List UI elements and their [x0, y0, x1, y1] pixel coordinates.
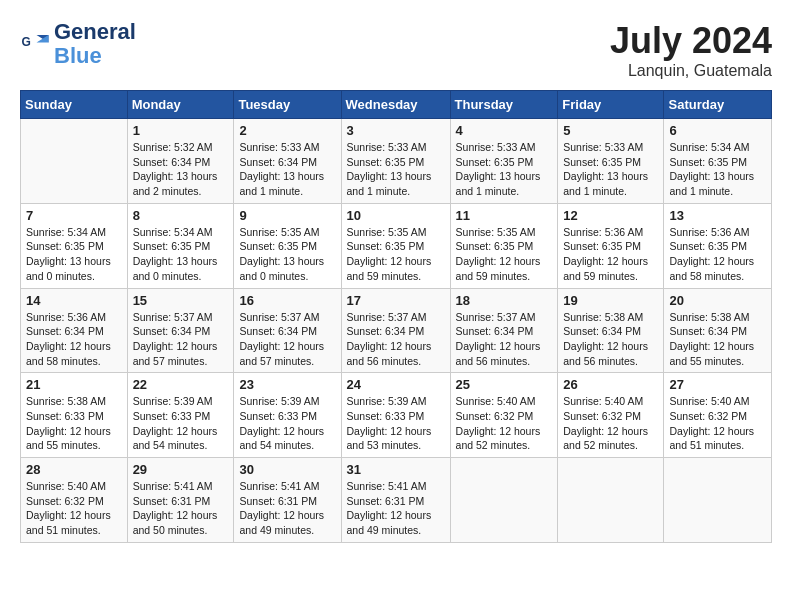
calendar-cell: 17Sunrise: 5:37 AM Sunset: 6:34 PM Dayli… [341, 288, 450, 373]
col-header-tuesday: Tuesday [234, 91, 341, 119]
day-number: 27 [669, 377, 766, 392]
day-number: 13 [669, 208, 766, 223]
calendar-cell: 18Sunrise: 5:37 AM Sunset: 6:34 PM Dayli… [450, 288, 558, 373]
day-info: Sunrise: 5:35 AM Sunset: 6:35 PM Dayligh… [347, 225, 445, 284]
day-info: Sunrise: 5:35 AM Sunset: 6:35 PM Dayligh… [239, 225, 335, 284]
logo-line1: General [54, 20, 136, 44]
calendar-cell: 23Sunrise: 5:39 AM Sunset: 6:33 PM Dayli… [234, 373, 341, 458]
logo-text: General Blue [54, 20, 136, 68]
calendar-cell: 29Sunrise: 5:41 AM Sunset: 6:31 PM Dayli… [127, 458, 234, 543]
calendar-week-3: 14Sunrise: 5:36 AM Sunset: 6:34 PM Dayli… [21, 288, 772, 373]
calendar-cell: 30Sunrise: 5:41 AM Sunset: 6:31 PM Dayli… [234, 458, 341, 543]
calendar-week-4: 21Sunrise: 5:38 AM Sunset: 6:33 PM Dayli… [21, 373, 772, 458]
day-number: 1 [133, 123, 229, 138]
day-info: Sunrise: 5:33 AM Sunset: 6:35 PM Dayligh… [347, 140, 445, 199]
day-number: 18 [456, 293, 553, 308]
calendar-cell: 31Sunrise: 5:41 AM Sunset: 6:31 PM Dayli… [341, 458, 450, 543]
day-number: 19 [563, 293, 658, 308]
day-number: 25 [456, 377, 553, 392]
day-info: Sunrise: 5:40 AM Sunset: 6:32 PM Dayligh… [669, 394, 766, 453]
day-info: Sunrise: 5:33 AM Sunset: 6:34 PM Dayligh… [239, 140, 335, 199]
calendar-week-5: 28Sunrise: 5:40 AM Sunset: 6:32 PM Dayli… [21, 458, 772, 543]
day-number: 14 [26, 293, 122, 308]
calendar-cell: 11Sunrise: 5:35 AM Sunset: 6:35 PM Dayli… [450, 203, 558, 288]
logo-line2: Blue [54, 44, 136, 68]
calendar-cell [558, 458, 664, 543]
day-number: 2 [239, 123, 335, 138]
day-info: Sunrise: 5:40 AM Sunset: 6:32 PM Dayligh… [26, 479, 122, 538]
day-info: Sunrise: 5:33 AM Sunset: 6:35 PM Dayligh… [563, 140, 658, 199]
col-header-saturday: Saturday [664, 91, 772, 119]
day-number: 9 [239, 208, 335, 223]
day-info: Sunrise: 5:36 AM Sunset: 6:35 PM Dayligh… [669, 225, 766, 284]
day-info: Sunrise: 5:33 AM Sunset: 6:35 PM Dayligh… [456, 140, 553, 199]
day-number: 29 [133, 462, 229, 477]
calendar-cell: 7Sunrise: 5:34 AM Sunset: 6:35 PM Daylig… [21, 203, 128, 288]
day-info: Sunrise: 5:38 AM Sunset: 6:34 PM Dayligh… [669, 310, 766, 369]
calendar-cell: 22Sunrise: 5:39 AM Sunset: 6:33 PM Dayli… [127, 373, 234, 458]
calendar-cell: 6Sunrise: 5:34 AM Sunset: 6:35 PM Daylig… [664, 119, 772, 204]
day-info: Sunrise: 5:37 AM Sunset: 6:34 PM Dayligh… [456, 310, 553, 369]
calendar-cell: 13Sunrise: 5:36 AM Sunset: 6:35 PM Dayli… [664, 203, 772, 288]
calendar-cell: 10Sunrise: 5:35 AM Sunset: 6:35 PM Dayli… [341, 203, 450, 288]
day-number: 4 [456, 123, 553, 138]
calendar-cell: 21Sunrise: 5:38 AM Sunset: 6:33 PM Dayli… [21, 373, 128, 458]
calendar-week-1: 1Sunrise: 5:32 AM Sunset: 6:34 PM Daylig… [21, 119, 772, 204]
calendar-cell: 25Sunrise: 5:40 AM Sunset: 6:32 PM Dayli… [450, 373, 558, 458]
calendar-cell: 1Sunrise: 5:32 AM Sunset: 6:34 PM Daylig… [127, 119, 234, 204]
col-header-friday: Friday [558, 91, 664, 119]
day-info: Sunrise: 5:34 AM Sunset: 6:35 PM Dayligh… [26, 225, 122, 284]
calendar-cell: 24Sunrise: 5:39 AM Sunset: 6:33 PM Dayli… [341, 373, 450, 458]
day-info: Sunrise: 5:34 AM Sunset: 6:35 PM Dayligh… [133, 225, 229, 284]
calendar-cell: 5Sunrise: 5:33 AM Sunset: 6:35 PM Daylig… [558, 119, 664, 204]
calendar-cell: 27Sunrise: 5:40 AM Sunset: 6:32 PM Dayli… [664, 373, 772, 458]
day-info: Sunrise: 5:41 AM Sunset: 6:31 PM Dayligh… [347, 479, 445, 538]
logo-icon: G [20, 29, 50, 59]
svg-text:G: G [22, 35, 31, 49]
calendar-cell: 15Sunrise: 5:37 AM Sunset: 6:34 PM Dayli… [127, 288, 234, 373]
title-block: July 2024 Lanquin, Guatemala [610, 20, 772, 80]
day-info: Sunrise: 5:39 AM Sunset: 6:33 PM Dayligh… [347, 394, 445, 453]
calendar-cell [450, 458, 558, 543]
col-header-monday: Monday [127, 91, 234, 119]
calendar-cell: 16Sunrise: 5:37 AM Sunset: 6:34 PM Dayli… [234, 288, 341, 373]
day-number: 23 [239, 377, 335, 392]
day-info: Sunrise: 5:38 AM Sunset: 6:33 PM Dayligh… [26, 394, 122, 453]
day-info: Sunrise: 5:36 AM Sunset: 6:35 PM Dayligh… [563, 225, 658, 284]
day-info: Sunrise: 5:37 AM Sunset: 6:34 PM Dayligh… [133, 310, 229, 369]
day-number: 15 [133, 293, 229, 308]
logo: G General Blue [20, 20, 136, 68]
day-number: 26 [563, 377, 658, 392]
day-number: 11 [456, 208, 553, 223]
calendar-cell: 14Sunrise: 5:36 AM Sunset: 6:34 PM Dayli… [21, 288, 128, 373]
day-number: 3 [347, 123, 445, 138]
calendar-cell: 26Sunrise: 5:40 AM Sunset: 6:32 PM Dayli… [558, 373, 664, 458]
day-info: Sunrise: 5:36 AM Sunset: 6:34 PM Dayligh… [26, 310, 122, 369]
calendar-cell: 8Sunrise: 5:34 AM Sunset: 6:35 PM Daylig… [127, 203, 234, 288]
day-info: Sunrise: 5:39 AM Sunset: 6:33 PM Dayligh… [133, 394, 229, 453]
calendar-cell: 19Sunrise: 5:38 AM Sunset: 6:34 PM Dayli… [558, 288, 664, 373]
day-number: 20 [669, 293, 766, 308]
calendar-cell: 12Sunrise: 5:36 AM Sunset: 6:35 PM Dayli… [558, 203, 664, 288]
month-title: July 2024 [610, 20, 772, 62]
page-header: G General Blue July 2024 Lanquin, Guatem… [20, 20, 772, 80]
day-info: Sunrise: 5:39 AM Sunset: 6:33 PM Dayligh… [239, 394, 335, 453]
calendar-header-row: SundayMondayTuesdayWednesdayThursdayFrid… [21, 91, 772, 119]
calendar-cell: 4Sunrise: 5:33 AM Sunset: 6:35 PM Daylig… [450, 119, 558, 204]
day-info: Sunrise: 5:32 AM Sunset: 6:34 PM Dayligh… [133, 140, 229, 199]
calendar-cell: 9Sunrise: 5:35 AM Sunset: 6:35 PM Daylig… [234, 203, 341, 288]
day-number: 16 [239, 293, 335, 308]
calendar-cell [664, 458, 772, 543]
day-info: Sunrise: 5:37 AM Sunset: 6:34 PM Dayligh… [347, 310, 445, 369]
location: Lanquin, Guatemala [610, 62, 772, 80]
day-number: 30 [239, 462, 335, 477]
day-info: Sunrise: 5:34 AM Sunset: 6:35 PM Dayligh… [669, 140, 766, 199]
day-info: Sunrise: 5:37 AM Sunset: 6:34 PM Dayligh… [239, 310, 335, 369]
day-number: 8 [133, 208, 229, 223]
calendar-cell: 20Sunrise: 5:38 AM Sunset: 6:34 PM Dayli… [664, 288, 772, 373]
day-number: 21 [26, 377, 122, 392]
calendar-cell: 28Sunrise: 5:40 AM Sunset: 6:32 PM Dayli… [21, 458, 128, 543]
col-header-sunday: Sunday [21, 91, 128, 119]
day-info: Sunrise: 5:35 AM Sunset: 6:35 PM Dayligh… [456, 225, 553, 284]
day-number: 5 [563, 123, 658, 138]
